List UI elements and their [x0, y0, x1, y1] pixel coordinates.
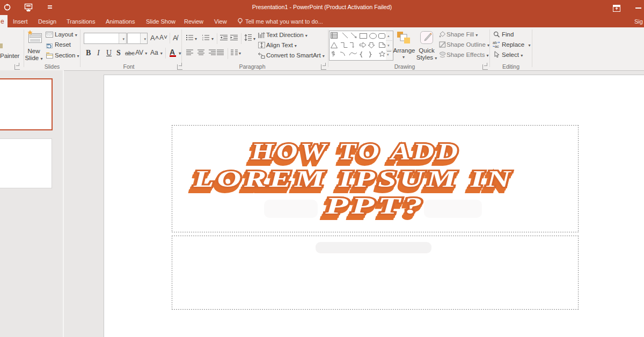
svg-text:PPT?: PPT? — [325, 193, 426, 219]
svg-text:LOREM IPSUM IN: LOREM IPSUM IN — [193, 166, 514, 192]
svg-text:ac: ac — [495, 45, 499, 48]
svg-text:ab: ab — [493, 41, 497, 45]
svg-text:HOW TO ADD: HOW TO ADD — [251, 138, 460, 165]
